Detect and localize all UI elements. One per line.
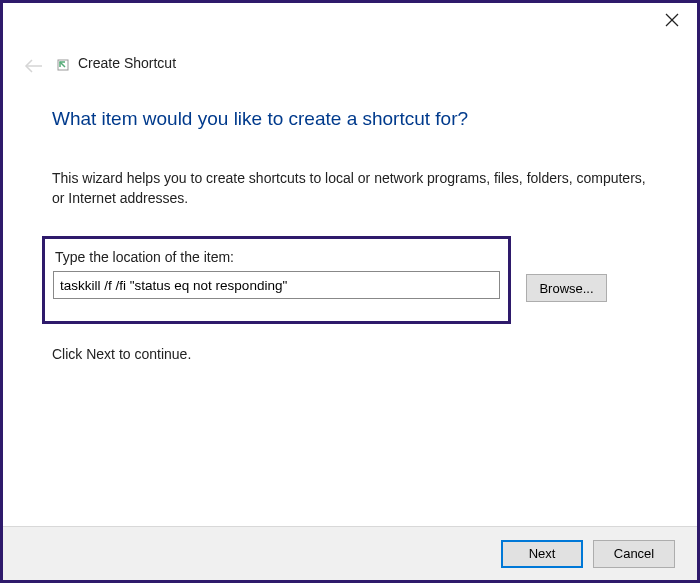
back-button <box>24 59 44 77</box>
next-button[interactable]: Next <box>501 540 583 568</box>
location-input[interactable] <box>53 271 500 299</box>
close-icon <box>665 13 679 31</box>
location-highlight-box: Type the location of the item: <box>42 236 511 324</box>
close-button[interactable] <box>662 12 682 32</box>
browse-button[interactable]: Browse... <box>526 274 607 302</box>
shortcut-icon <box>56 58 70 72</box>
cancel-button[interactable]: Cancel <box>593 540 675 568</box>
back-arrow-icon <box>24 59 44 76</box>
page-heading: What item would you like to create a sho… <box>52 108 468 130</box>
wizard-description: This wizard helps you to create shortcut… <box>52 168 648 209</box>
dialog-footer: Next Cancel <box>3 526 697 580</box>
continue-instruction: Click Next to continue. <box>52 346 191 362</box>
window-title: Create Shortcut <box>78 55 176 71</box>
location-label: Type the location of the item: <box>53 249 500 265</box>
